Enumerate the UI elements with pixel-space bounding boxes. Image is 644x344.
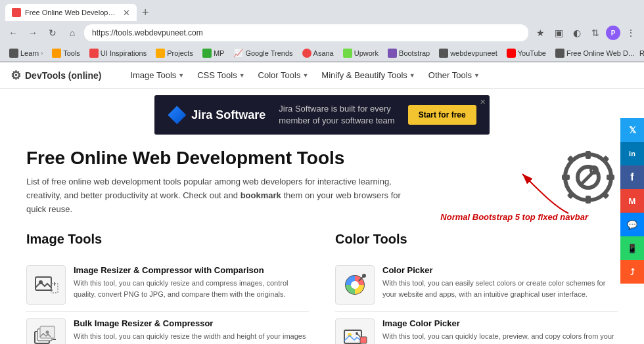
tool-info-bulk-resizer: Bulk Image Resizer & Compressor With thi…	[74, 318, 309, 344]
bookmark-trends-label: Google Trends	[245, 49, 292, 57]
hero-text: Free Online Web Development Tools List o…	[26, 148, 421, 216]
image-tools-column: Image Tools Image Resizer & Compressor w…	[26, 232, 322, 344]
ad-logo: Jira Software	[168, 106, 265, 124]
address-input[interactable]	[84, 24, 528, 41]
jira-logo-text: Jira Software	[191, 108, 265, 122]
tool-title-image-resizer: Image Resizer & Compressor with Comparis…	[74, 265, 309, 275]
linkedin-icon: in	[629, 150, 635, 158]
bookmark-freeonlineweb[interactable]: Free Online Web D...	[551, 47, 638, 59]
color-tools-column: Color Tools	[322, 232, 618, 344]
tool-card-bulk-resizer[interactable]: Bulk Image Resizer & Compressor With thi…	[26, 312, 309, 344]
svg-point-40	[356, 332, 358, 335]
tool-card-image-color-picker[interactable]: Image Color Picker With this tool, you c…	[335, 312, 618, 344]
social-whatsapp-button[interactable]: 📱	[620, 236, 644, 260]
reload-button[interactable]: ↻	[45, 25, 60, 41]
tool-icon-image-color-picker	[335, 318, 375, 344]
facebook-icon: f	[630, 171, 633, 183]
tool-card-image-resizer[interactable]: Image Resizer & Compressor with Comparis…	[26, 259, 309, 312]
back-button[interactable]: ←	[5, 25, 21, 41]
bookmark-asana-label: Asana	[313, 49, 334, 57]
address-bar: ← → ↻ ⌂ ★ ▣ ◐ ⇅ P ⋮	[0, 21, 644, 45]
ad-close-button[interactable]: ✕	[480, 98, 486, 106]
bookmark-projects[interactable]: Projects	[152, 47, 197, 59]
bookmark-star[interactable]: ★	[532, 25, 548, 41]
nav-css-tools-arrow: ▼	[239, 72, 245, 79]
home-button[interactable]: ⌂	[64, 25, 80, 41]
menu-btn[interactable]: ⋮	[623, 25, 639, 41]
bookmark-youtube-label: YouTube	[518, 49, 546, 57]
svg-rect-38	[360, 337, 367, 343]
image-tools-title: Image Tools	[26, 232, 309, 251]
forward-button[interactable]: →	[25, 25, 41, 41]
site-logo[interactable]: ⚙ DevTools (online)	[11, 68, 101, 83]
bookmark-learn[interactable]: Learn ›	[5, 47, 47, 59]
bookmark-webdevpuneet[interactable]: webdevpuneet	[435, 47, 501, 59]
twitter-icon: 𝕏	[629, 125, 636, 135]
bookmark-freeweb-icon	[555, 49, 564, 58]
nav-image-tools-arrow: ▼	[178, 72, 184, 79]
social-sidebar: 𝕏 in f M 💬 📱 ⤴	[620, 118, 644, 284]
jira-diamond-icon	[168, 106, 186, 124]
svg-point-33	[351, 281, 359, 289]
social-twitter-button[interactable]: 𝕏	[620, 118, 644, 142]
bookmark-mp[interactable]: MP	[198, 47, 229, 59]
bookmark-tools[interactable]: Tools	[48, 47, 84, 59]
bookmark-projects-label: Projects	[167, 49, 193, 57]
bookmark-upwork[interactable]: Upwork	[339, 47, 382, 59]
social-gmail-button[interactable]: M	[620, 189, 644, 213]
nav-other-tools[interactable]: Other Tools ▼	[423, 68, 485, 83]
browser-chrome: Free Online Web Development ... ✕ + ← → …	[0, 0, 644, 62]
bookmark-bootstrap[interactable]: Bootstrap	[384, 47, 434, 59]
svg-rect-13	[35, 277, 51, 290]
profile-button[interactable]: P	[606, 26, 620, 40]
sync-btn[interactable]: ⇅	[587, 25, 603, 41]
tab-favicon	[12, 8, 21, 17]
hero-icon-area: Normal Bootstrap 5 top fixed navbar	[559, 148, 618, 222]
bookmarks-bar: Learn › Tools UI Inspirations Projects M…	[0, 45, 644, 62]
extensions-btn[interactable]: ◐	[569, 25, 585, 41]
bookmark-ui[interactable]: UI Inspirations	[85, 47, 150, 59]
nav-minify-tools[interactable]: Minify & Beautify Tools ▼	[316, 68, 420, 83]
nav-minify-tools-label: Minify & Beautify Tools	[321, 70, 407, 80]
nav-css-tools[interactable]: CSS Tools ▼	[192, 68, 250, 83]
bookmark-asana[interactable]: Asana	[298, 47, 338, 59]
nav-color-tools[interactable]: Color Tools ▼	[253, 68, 314, 83]
bookmark-youtube[interactable]: YouTube	[503, 47, 550, 59]
tool-desc-image-resizer: With this tool, you can quickly resize a…	[74, 278, 309, 299]
page-title: Free Online Web Development Tools	[26, 148, 421, 169]
nav-color-tools-label: Color Tools	[258, 70, 301, 80]
nav-other-tools-arrow: ▼	[474, 72, 480, 79]
hero-wrapper: Free Online Web Development Tools List o…	[0, 135, 644, 225]
social-messenger-button[interactable]: 💬	[620, 213, 644, 236]
messenger-icon: 💬	[627, 220, 637, 230]
bookmark-webdev-label: webdevpuneet	[450, 49, 497, 57]
extension-btn[interactable]: ▣	[551, 25, 566, 41]
nav-image-tools[interactable]: Image Tools ▼	[125, 68, 189, 83]
bulk-resizer-icon	[33, 325, 59, 344]
ad-banner: ✕ Jira Software Jira Software is built f…	[154, 95, 489, 135]
ad-cta-button[interactable]: Start for free	[408, 105, 476, 125]
tool-card-color-picker[interactable]: Color Picker With this tool, you can eas…	[335, 259, 618, 312]
site-brand-name: DevTools (online)	[25, 70, 101, 81]
tab-close-button[interactable]: ✕	[123, 8, 130, 18]
tool-info-image-resizer: Image Resizer & Compressor with Comparis…	[74, 265, 309, 299]
bookmark-google-trends[interactable]: 📈 Google Trends	[229, 47, 296, 59]
tool-info-color-picker: Color Picker With this tool, you can eas…	[382, 265, 618, 299]
annotation-container: Normal Bootstrap 5 top fixed navbar	[509, 167, 588, 222]
tool-desc-color-picker: With this tool, you can easily select co…	[382, 278, 618, 299]
bookmark-bootstrap-label: Bootstrap	[399, 49, 430, 57]
bookmark-mp-label: MP	[214, 49, 225, 57]
active-tab[interactable]: Free Online Web Development ... ✕	[5, 4, 137, 21]
bookmark-youtube-icon	[507, 49, 516, 58]
main-nav-menu: Image Tools ▼ CSS Tools ▼ Color Tools ▼ …	[125, 68, 485, 83]
tool-icon-color-picker	[335, 265, 375, 305]
social-facebook-button[interactable]: f	[620, 165, 644, 189]
bookmark-asana-icon	[302, 49, 311, 58]
social-linkedin-button[interactable]: in	[620, 142, 644, 165]
nav-color-tools-arrow: ▼	[302, 72, 308, 79]
color-picker-icon	[342, 272, 368, 298]
tool-desc-image-color-picker: With this tool, you can quickly locate, …	[382, 331, 618, 344]
svg-line-39	[357, 334, 360, 337]
social-share-button[interactable]: ⤴	[620, 260, 644, 284]
new-tab-button[interactable]: +	[137, 4, 154, 21]
